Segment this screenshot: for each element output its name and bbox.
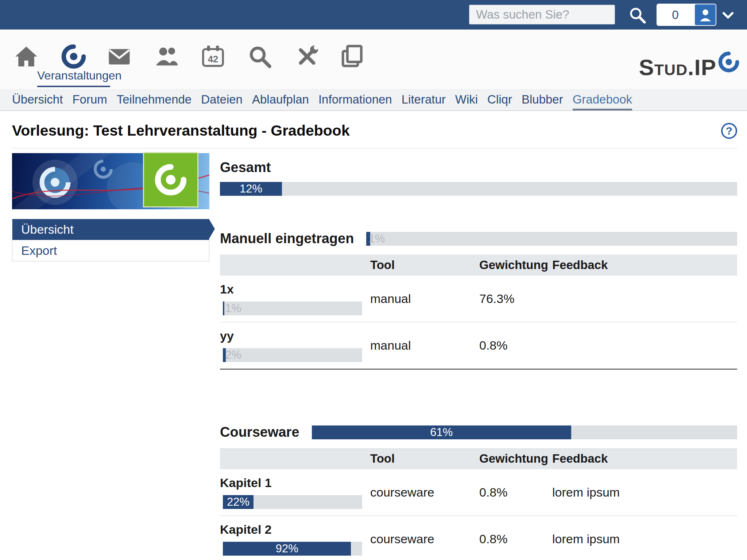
row-progress: 1% [223, 302, 362, 315]
col-tool: Tool [370, 258, 479, 272]
nav-search[interactable] [247, 44, 272, 69]
table-row: Kapitel 1 22% courseware 0.8% lorem ipsu… [220, 469, 737, 516]
row-tool: manual [370, 338, 479, 353]
tab-uebersicht[interactable]: Übersicht [12, 89, 63, 110]
avatar-button[interactable] [695, 4, 716, 25]
nav-files[interactable] [340, 44, 365, 69]
row-name: Kapitel 1 [220, 476, 370, 490]
course-avatar [144, 153, 197, 206]
nav-veranstaltungen[interactable] [61, 44, 86, 69]
row-feedback: lorem ipsum [552, 532, 737, 546]
section-courseware-progress: 61% [312, 425, 737, 439]
nav-home[interactable] [14, 44, 39, 69]
col-gewichtung: Gewichtung [479, 452, 552, 466]
main-header: Veranstaltungen 42 [0, 30, 747, 89]
tab-dateien[interactable]: Dateien [201, 89, 243, 110]
course-tab-bar: Übersicht Forum Teilnehmende Dateien Abl… [0, 89, 747, 111]
row-tool: courseware [370, 532, 479, 546]
svg-text:42: 42 [208, 54, 218, 64]
nav-community[interactable] [154, 44, 179, 69]
files-icon [340, 44, 365, 69]
brand-wordmark: Stud.IP [639, 57, 716, 78]
user-widget: 0 [657, 4, 716, 26]
nav-active-label: Veranstaltungen [37, 69, 110, 87]
row-weight: 0.8% [479, 338, 552, 353]
row-weight: 76.3% [479, 292, 552, 306]
nav-schedule[interactable]: 42 [201, 44, 225, 69]
row-progress: 92% [223, 542, 362, 556]
section-manual-progress-label: 1% [368, 232, 385, 245]
search-submit-button[interactable] [628, 6, 646, 24]
mail-icon [107, 44, 132, 69]
search-icon [628, 6, 646, 24]
overall-heading: Gesamt [220, 160, 737, 175]
studip-swirl-icon [155, 164, 187, 196]
search-input[interactable] [469, 5, 615, 24]
tab-wiki[interactable]: Wiki [455, 89, 478, 110]
row-weight: 0.8% [479, 485, 552, 499]
calendar-42-icon: 42 [201, 44, 225, 69]
tab-teilnehmende[interactable]: Teilnehmende [117, 89, 191, 110]
tab-literatur[interactable]: Literatur [402, 89, 446, 110]
grades-table-courseware: Tool Gewichtung Feedback Kapitel 1 22% [220, 448, 737, 560]
row-weight: 0.8% [479, 532, 552, 546]
tab-gradebook[interactable]: Gradebook [573, 89, 632, 110]
tools-icon [295, 44, 320, 69]
content-area: Vorlesung: Test Lehrveranstaltung - Grad… [12, 111, 737, 560]
page-title: Vorlesung: Test Lehrveranstaltung - Grad… [12, 122, 350, 139]
section-manual-heading: Manuell eingetragen [220, 231, 354, 246]
section-courseware-progress-label: 61% [430, 426, 453, 439]
col-tool: Tool [370, 452, 479, 466]
search-icon [247, 44, 272, 69]
studip-swirl-icon [61, 44, 86, 69]
table-header-row: Tool Gewichtung Feedback [220, 254, 737, 276]
tab-ablaufplan[interactable]: Ablaufplan [252, 89, 309, 110]
table-row: 1x 1% manual 76.3% [220, 276, 737, 322]
nav-tools[interactable] [295, 44, 320, 69]
tab-forum[interactable]: Forum [72, 89, 107, 110]
user-menu-chevron[interactable] [721, 9, 735, 22]
row-name: 1x [220, 282, 370, 296]
sidebar: Übersicht Export [12, 153, 209, 560]
row-progress-label: 92% [276, 542, 298, 555]
section-courseware: Courseware 61% Tool Gewichtung Feedback [220, 424, 737, 560]
table-header-row: Tool Gewichtung Feedback [220, 448, 737, 469]
row-progress-label: 22% [227, 495, 249, 509]
gradebook-main: Gesamt 12% Manuell eingetragen 1% [220, 153, 737, 560]
tab-informationen[interactable]: Informationen [318, 89, 392, 110]
sidebar-item-export[interactable]: Export [12, 240, 209, 261]
col-feedback: Feedback [552, 452, 737, 466]
overall-progress-label: 12% [240, 182, 262, 195]
community-icon [154, 44, 179, 69]
course-banner [12, 153, 209, 209]
table-row: Kapitel 2 92% courseware 0.8% lorem ipsu… [220, 516, 737, 560]
row-feedback: lorem ipsum [552, 485, 737, 499]
top-bar: 0 [0, 0, 747, 30]
title-row: Vorlesung: Test Lehrveranstaltung - Grad… [12, 111, 737, 148]
row-progress-label: 2% [225, 349, 241, 362]
col-feedback: Feedback [552, 258, 737, 272]
row-name: Kapitel 2 [220, 522, 370, 537]
nav-messages[interactable] [107, 44, 132, 69]
section-courseware-heading: Courseware [220, 424, 299, 440]
tab-cliqr[interactable]: Cliqr [487, 89, 512, 110]
studip-swirl-icon [718, 51, 739, 73]
row-name: yy [220, 329, 370, 343]
tab-blubber[interactable]: Blubber [522, 89, 563, 110]
col-gewichtung: Gewichtung [479, 258, 552, 272]
row-tool: courseware [370, 485, 479, 499]
chevron-down-icon [721, 9, 735, 22]
studip-gradebook-page: 0 Veranstaltungen [0, 0, 747, 560]
sidebar-item-uebersicht[interactable]: Übersicht [12, 219, 209, 240]
help-icon[interactable]: ? [721, 123, 737, 139]
home-icon [14, 44, 39, 69]
section-manual-progress: 1% [366, 232, 737, 246]
brand-logo[interactable]: Stud.IP [639, 51, 739, 78]
notification-counter[interactable]: 0 [657, 8, 694, 22]
row-progress-label: 1% [225, 302, 241, 315]
sidebar-menu: Übersicht Export [12, 219, 209, 261]
user-icon [697, 7, 713, 23]
row-progress: 22% [223, 495, 362, 509]
overall-progress: 12% [220, 182, 737, 196]
row-tool: manual [370, 292, 479, 306]
